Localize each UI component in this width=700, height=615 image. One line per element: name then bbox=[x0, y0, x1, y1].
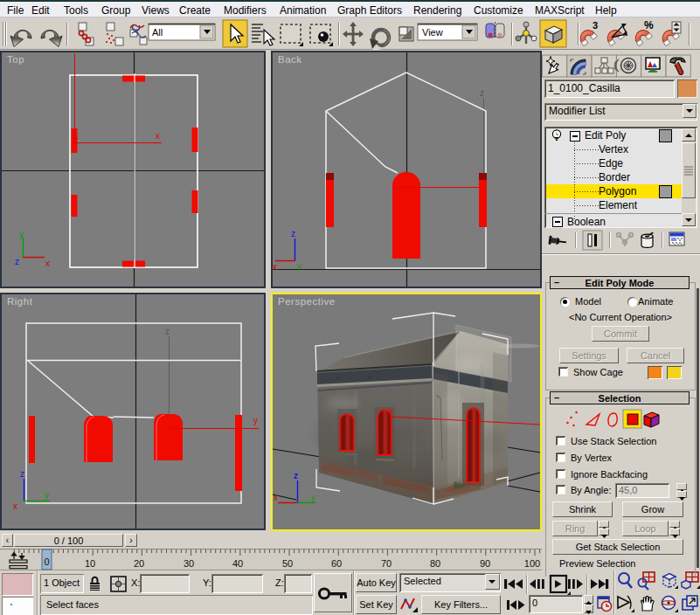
svg-text:x: x bbox=[156, 131, 160, 141]
svg-text:30: 30 bbox=[184, 558, 194, 569]
svg-text:z: z bbox=[165, 327, 170, 336]
svg-text:80: 80 bbox=[430, 558, 440, 569]
svg-text:All: All bbox=[152, 27, 163, 38]
svg-text:Border: Border bbox=[599, 171, 630, 183]
svg-text:y: y bbox=[311, 493, 315, 502]
svg-text:y: y bbox=[253, 416, 258, 425]
svg-text:x: x bbox=[273, 262, 277, 272]
svg-text:x: x bbox=[274, 493, 278, 502]
svg-text:Boolean: Boolean bbox=[567, 216, 606, 228]
svg-text:Polygon: Polygon bbox=[599, 185, 636, 197]
svg-text:Edit Poly: Edit Poly bbox=[585, 129, 626, 142]
svg-text:x: x bbox=[13, 501, 17, 511]
svg-text:Element: Element bbox=[599, 199, 638, 211]
svg-text:y: y bbox=[45, 490, 49, 500]
svg-text:100: 100 bbox=[524, 558, 540, 569]
svg-text:Edge: Edge bbox=[599, 157, 623, 169]
svg-text:10: 10 bbox=[85, 558, 95, 569]
svg-text:50: 50 bbox=[282, 558, 293, 569]
svg-text:%: % bbox=[644, 19, 654, 31]
svg-text:70: 70 bbox=[381, 558, 392, 569]
svg-text:y: y bbox=[297, 261, 301, 271]
svg-text:z: z bbox=[480, 88, 484, 98]
svg-text:z: z bbox=[454, 322, 458, 331]
svg-text:90: 90 bbox=[480, 558, 490, 569]
svg-text:z: z bbox=[15, 257, 19, 266]
svg-text:x: x bbox=[389, 406, 393, 416]
svg-text:Vertex: Vertex bbox=[599, 143, 628, 155]
svg-text:View: View bbox=[422, 27, 443, 38]
svg-text:z: z bbox=[291, 229, 295, 238]
svg-text:z: z bbox=[20, 469, 24, 479]
svg-text:0: 0 bbox=[44, 556, 49, 567]
svg-text:x: x bbox=[45, 259, 50, 268]
svg-text:z: z bbox=[294, 471, 298, 480]
svg-text:y: y bbox=[19, 230, 24, 239]
svg-text:20: 20 bbox=[134, 558, 144, 569]
svg-text:3: 3 bbox=[593, 20, 598, 31]
svg-text:40: 40 bbox=[232, 558, 243, 569]
svg-text:60: 60 bbox=[331, 558, 342, 569]
